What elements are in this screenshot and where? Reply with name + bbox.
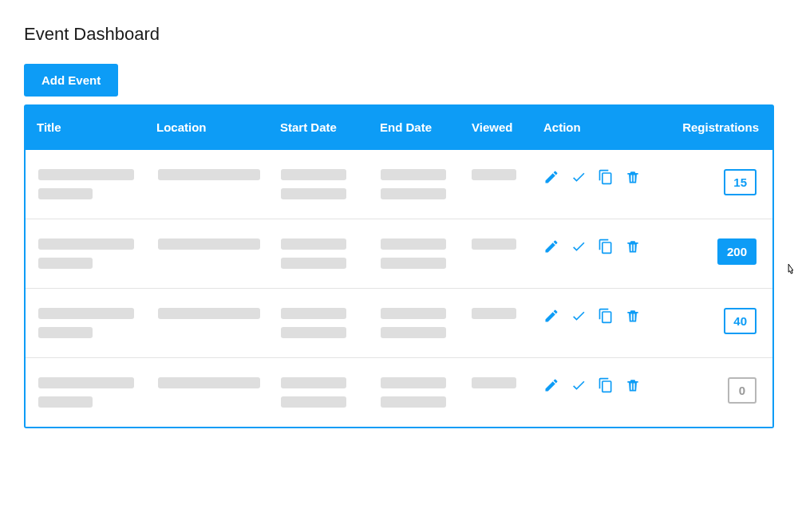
delete-button[interactable] <box>625 169 641 185</box>
table-header-row: Title Location Start Date End Date Viewe… <box>24 104 774 150</box>
cell-end-date <box>381 377 472 408</box>
placeholder-line <box>381 258 446 269</box>
table-row: 200 <box>26 219 772 289</box>
placeholder-line <box>281 396 346 408</box>
placeholder-line <box>381 188 446 199</box>
copy-button[interactable] <box>598 377 614 393</box>
copy-icon <box>598 377 614 393</box>
cell-actions <box>543 308 665 324</box>
col-header-action: Action <box>543 120 665 134</box>
registrations-badge[interactable]: 40 <box>724 308 757 334</box>
placeholder-line <box>472 308 516 319</box>
edit-button[interactable] <box>543 169 559 185</box>
cell-viewed <box>472 308 543 319</box>
pencil-icon <box>543 169 559 185</box>
placeholder-line <box>381 238 446 250</box>
registrations-badge[interactable]: 200 <box>717 238 757 265</box>
placeholder-line <box>281 377 346 388</box>
col-header-registrations: Registrations <box>665 120 760 134</box>
registrations-badge[interactable]: 0 <box>728 377 757 404</box>
copy-button[interactable] <box>598 308 614 324</box>
cell-title <box>38 238 158 269</box>
placeholder-line <box>381 377 446 388</box>
table-body: 15 <box>24 150 774 428</box>
edit-button[interactable] <box>543 377 559 393</box>
placeholder-line <box>381 327 446 338</box>
placeholder-line <box>281 308 346 319</box>
cell-end-date <box>381 308 472 338</box>
copy-button[interactable] <box>598 169 614 185</box>
approve-button[interactable] <box>571 308 587 324</box>
trash-icon <box>625 308 641 324</box>
delete-button[interactable] <box>625 377 641 393</box>
pencil-icon <box>543 308 559 324</box>
cell-viewed <box>472 238 543 250</box>
cell-start-date <box>281 308 381 338</box>
approve-button[interactable] <box>571 169 587 185</box>
cell-start-date <box>281 238 381 269</box>
placeholder-line <box>38 169 134 180</box>
placeholder-line <box>281 188 346 199</box>
copy-button[interactable] <box>598 238 614 254</box>
page-title: Event Dashboard <box>24 24 774 45</box>
cell-title <box>38 169 158 199</box>
placeholder-line <box>472 169 516 180</box>
placeholder-line <box>381 169 446 180</box>
check-icon <box>571 308 587 324</box>
cell-registrations: 200 <box>664 238 760 265</box>
cursor-pointer-icon <box>784 262 798 282</box>
approve-button[interactable] <box>571 377 587 393</box>
cell-title <box>38 308 158 338</box>
cell-location <box>158 308 281 319</box>
placeholder-line <box>158 169 260 180</box>
placeholder-line <box>381 308 446 319</box>
events-table: Title Location Start Date End Date Viewe… <box>24 104 774 428</box>
table-row: 40 <box>26 289 772 358</box>
copy-icon <box>598 238 614 254</box>
delete-button[interactable] <box>625 308 641 324</box>
pencil-icon <box>543 238 559 254</box>
col-header-viewed: Viewed <box>472 120 543 134</box>
placeholder-line <box>381 396 446 408</box>
placeholder-line <box>38 188 93 199</box>
pencil-icon <box>543 377 559 393</box>
registrations-badge[interactable]: 15 <box>724 169 757 195</box>
trash-icon <box>625 377 641 393</box>
approve-button[interactable] <box>571 238 587 254</box>
placeholder-line <box>158 238 260 250</box>
cell-start-date <box>281 377 381 408</box>
placeholder-line <box>281 327 346 338</box>
col-header-end-date: End Date <box>380 120 472 134</box>
cell-actions <box>543 238 665 254</box>
placeholder-line <box>38 258 93 269</box>
placeholder-line <box>472 238 516 250</box>
cell-end-date <box>381 238 472 269</box>
cell-end-date <box>381 169 472 199</box>
cell-start-date <box>281 169 381 199</box>
placeholder-line <box>472 377 516 388</box>
check-icon <box>571 169 587 185</box>
check-icon <box>571 238 587 254</box>
col-header-location: Location <box>156 120 280 134</box>
placeholder-line <box>38 377 134 388</box>
placeholder-line <box>38 396 93 408</box>
cell-registrations: 0 <box>664 377 760 404</box>
cell-viewed <box>472 377 543 388</box>
placeholder-line <box>281 258 346 269</box>
edit-button[interactable] <box>543 238 559 254</box>
table-row: 15 <box>26 150 772 219</box>
check-icon <box>571 377 587 393</box>
trash-icon <box>625 238 641 254</box>
cell-registrations: 15 <box>664 169 760 195</box>
col-header-title: Title <box>37 120 156 134</box>
cell-registrations: 40 <box>664 308 760 334</box>
table-row: 0 <box>26 358 772 427</box>
placeholder-line <box>158 308 260 319</box>
placeholder-line <box>38 308 134 319</box>
placeholder-line <box>281 169 346 180</box>
add-event-button[interactable]: Add Event <box>24 64 118 97</box>
edit-button[interactable] <box>543 308 559 324</box>
cell-location <box>158 377 281 388</box>
trash-icon <box>625 169 641 185</box>
delete-button[interactable] <box>625 238 641 254</box>
